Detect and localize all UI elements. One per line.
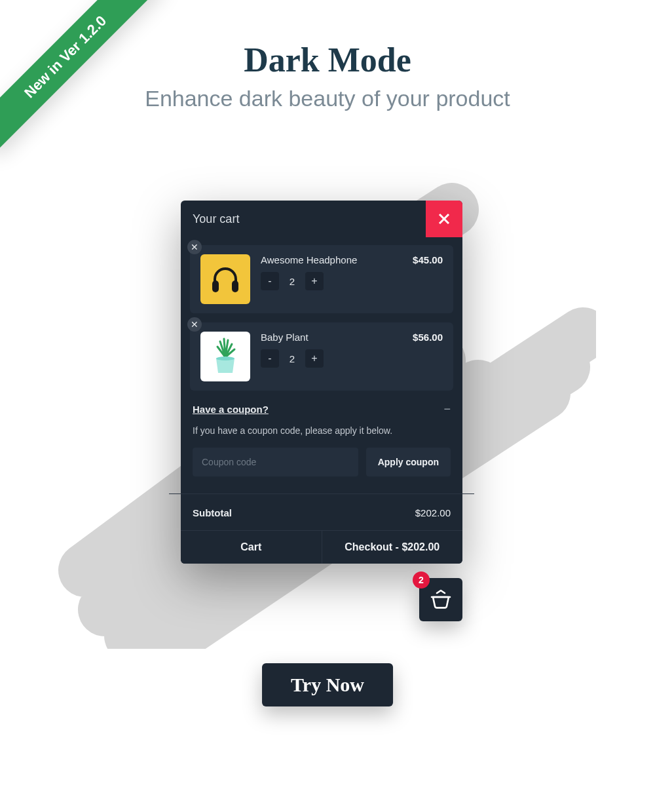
subtotal-value: $202.00 <box>415 507 451 518</box>
item-name: Awesome Headphone <box>261 254 357 265</box>
cart-header: Your cart <box>181 201 462 237</box>
coupon-toggle-label: Have a coupon? <box>193 404 269 415</box>
item-top-row: Baby Plant $56.00 <box>261 332 443 343</box>
cart-button[interactable]: Cart <box>181 531 322 564</box>
close-icon: ✕ <box>191 242 198 252</box>
item-price: $45.00 <box>413 254 443 265</box>
cart-count-badge: 2 <box>413 571 430 589</box>
qty-decrease-button[interactable]: - <box>261 349 279 368</box>
apply-coupon-button[interactable]: Apply coupon <box>366 448 451 476</box>
cart-footer: Cart Checkout - $202.00 <box>181 530 462 564</box>
cart-panel: Your cart ✕ Awesome Headphone <box>181 201 462 564</box>
qty-value: 2 <box>284 276 300 287</box>
close-icon: ✕ <box>191 319 198 330</box>
remove-item-button[interactable]: ✕ <box>187 317 202 332</box>
item-info: Awesome Headphone $45.00 - 2 + <box>261 254 443 304</box>
remove-item-button[interactable]: ✕ <box>187 240 202 254</box>
floating-cart-button[interactable]: 2 <box>419 578 462 621</box>
svg-rect-1 <box>232 280 238 292</box>
svg-rect-0 <box>212 280 219 292</box>
subtotal-row: Subtotal $202.00 <box>181 494 462 530</box>
qty-decrease-button[interactable]: - <box>261 272 279 290</box>
close-button[interactable] <box>426 201 462 237</box>
item-top-row: Awesome Headphone $45.00 <box>261 254 443 265</box>
coupon-hint: If you have a coupon code, please apply … <box>193 425 451 436</box>
qty-value: 2 <box>284 353 300 364</box>
try-now-button[interactable]: Try Now <box>262 663 393 706</box>
close-icon <box>437 212 451 226</box>
cart-title: Your cart <box>193 212 239 226</box>
quantity-stepper: - 2 + <box>261 349 443 368</box>
page-subtitle: Enhance dark beauty of your product <box>0 86 655 111</box>
quantity-stepper: - 2 + <box>261 272 443 290</box>
coupon-row: Apply coupon <box>193 448 451 476</box>
subtotal-label: Subtotal <box>193 507 232 518</box>
coupon-section: Have a coupon? − If you have a coupon co… <box>190 400 453 476</box>
cart-body: ✕ Awesome Headphone $45.00 - 2 + <box>181 237 462 491</box>
qty-increase-button[interactable]: + <box>305 272 324 290</box>
plant-icon <box>206 335 245 378</box>
item-name: Baby Plant <box>261 332 309 343</box>
coupon-toggle[interactable]: Have a coupon? − <box>193 402 451 416</box>
item-info: Baby Plant $56.00 - 2 + <box>261 332 443 381</box>
product-image <box>200 332 250 381</box>
item-price: $56.00 <box>413 332 443 343</box>
basket-icon <box>430 589 451 610</box>
coupon-input[interactable] <box>193 448 358 476</box>
checkout-button[interactable]: Checkout - $202.00 <box>322 531 463 564</box>
product-image <box>200 254 250 304</box>
minus-icon: − <box>443 402 451 416</box>
svg-point-2 <box>216 357 234 360</box>
cart-item: ✕ Awesome Headphone $45.00 - 2 + <box>190 245 453 313</box>
qty-increase-button[interactable]: + <box>305 349 324 368</box>
headphone-icon <box>207 261 244 298</box>
cart-item: ✕ Baby Plant $56.00 - 2 + <box>190 322 453 391</box>
